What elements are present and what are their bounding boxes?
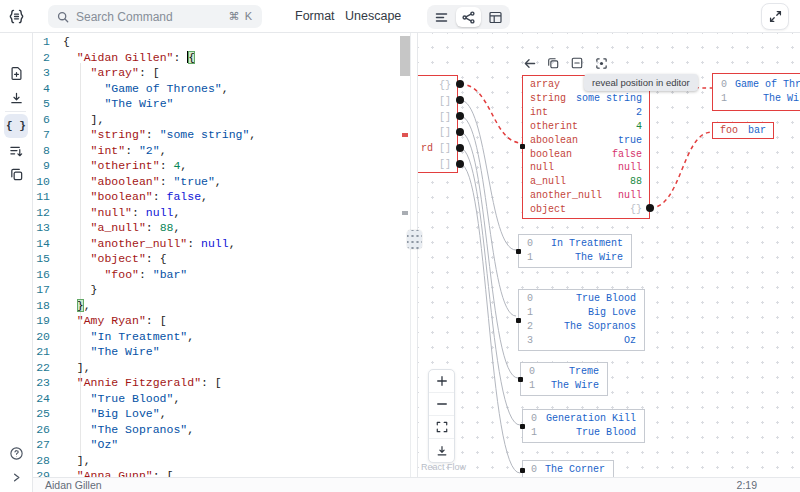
text-view-icon [435, 11, 448, 24]
array-node-the-corner[interactable]: 0The Corner [522, 460, 614, 477]
node-row-key: array [530, 78, 560, 92]
code-token: "The Sopranos" [91, 423, 188, 436]
code-token [63, 299, 77, 312]
app-logo-button[interactable] [0, 0, 33, 33]
table-view-button[interactable] [483, 7, 508, 27]
expand-panel-button[interactable] [4, 465, 28, 489]
code-line: 14 "another_null": null, [33, 236, 410, 252]
array-index: 0 [527, 237, 533, 251]
plus-icon [436, 375, 448, 387]
focus-icon [595, 57, 608, 70]
root-row-bracket: [] [439, 141, 451, 157]
root-node-row: [] [418, 125, 451, 141]
code-token: : { [146, 252, 167, 265]
array-node-row: 0Game of Thrones [721, 78, 800, 92]
code-token [63, 252, 91, 265]
editor-scrollbar[interactable] [400, 33, 410, 477]
search-icon [57, 11, 69, 23]
line-number: 13 [33, 220, 50, 236]
node-row: booleanfalse [530, 148, 642, 162]
format-button[interactable]: Format [295, 0, 335, 33]
array-value: The Wire [735, 92, 800, 106]
selected-path: Aidan Gillen [45, 479, 102, 491]
unescape-button[interactable]: Unescape [345, 0, 401, 33]
panel-divider[interactable] [410, 33, 418, 477]
code-token [63, 438, 91, 451]
array-node-annie-fitzgerald[interactable]: 0True Blood1Big Love2The Sopranos3Oz [518, 289, 645, 351]
array-node-amy-ryan[interactable]: 0In Treatment1The Wire [518, 234, 632, 268]
code-line: 22 ], [33, 360, 410, 376]
line-number: 23 [33, 375, 50, 391]
array-node-game-of-thrones[interactable]: 0Game of Thrones1The Wire [712, 73, 800, 111]
code-token: : [187, 237, 201, 250]
code-token: "aboolean" [91, 175, 160, 188]
copy-nodes-button[interactable] [4, 162, 28, 186]
code-text: "another_null": null, [63, 236, 236, 252]
node-input-handle [520, 468, 525, 473]
node-row-key: another_null [530, 189, 602, 203]
selected-object-node[interactable]: array[]stringsome stringint2otherint4abo… [522, 75, 650, 219]
code-token [63, 144, 91, 157]
fullscreen-button[interactable] [761, 3, 789, 30]
code-token [63, 407, 91, 420]
line-number: 22 [33, 360, 50, 376]
array-node-alexander[interactable]: 0Generation Kill1True Blood [522, 409, 645, 443]
code-token [63, 206, 91, 219]
code-token: "boolean" [91, 190, 153, 203]
sort-lines-button[interactable] [4, 139, 28, 163]
reveal-position-button[interactable] [594, 56, 608, 70]
node-row-key: aboolean [530, 134, 578, 148]
node-input-handle [520, 424, 525, 429]
code-token: : [ [201, 376, 222, 389]
root-object-node[interactable]: {}[][][]rd[][] [418, 75, 458, 173]
back-button[interactable] [522, 56, 536, 70]
zoom-in-button[interactable] [429, 370, 454, 393]
back-arrow-icon [523, 57, 536, 70]
code-line: 8 "int": "2", [33, 143, 410, 159]
code-text: "array": [ [63, 65, 160, 81]
code-text: "string": "some string", [63, 127, 256, 143]
root-output-handle [456, 160, 464, 168]
node-row: nullnull [530, 161, 642, 175]
text-view-button[interactable] [429, 7, 454, 27]
node-input-handle [516, 318, 521, 323]
new-document-button[interactable] [4, 61, 28, 85]
object-node-foo[interactable]: foo bar [712, 122, 774, 139]
code-token: , [249, 128, 256, 141]
graph-panel[interactable]: {}[][][]rd[][] [418, 33, 800, 477]
code-text: } [63, 282, 98, 298]
code-line: 1{ [33, 34, 410, 50]
code-token: "Annie Fitzgerald" [77, 376, 201, 389]
code-text: }, [63, 298, 91, 314]
help-button[interactable] [4, 441, 28, 465]
download-image-button[interactable] [429, 439, 454, 462]
node-input-handle [518, 377, 523, 382]
code-token: : [173, 51, 187, 64]
zoom-out-button[interactable] [429, 393, 454, 416]
code-editor[interactable]: 1{2 "Aidan Gillen": {3 "array": [4 "Game… [33, 33, 410, 477]
search-command-bar[interactable]: Search Command ⌘ K [48, 5, 262, 28]
code-token: { [188, 51, 195, 64]
collapse-node-button[interactable] [570, 56, 584, 70]
root-row-bracket: [] [439, 94, 451, 110]
minus-icon [436, 398, 448, 410]
fit-view-button[interactable] [429, 416, 454, 439]
code-token: , [187, 423, 194, 436]
editor-scrollbar-thumb[interactable] [400, 36, 410, 76]
code-token [63, 469, 77, 477]
json-braces-button[interactable]: { } [4, 114, 28, 138]
code-token: "The Wire" [91, 345, 160, 358]
code-token: ], [63, 454, 91, 467]
code-token: : [ [153, 469, 174, 477]
react-flow-attribution[interactable]: React Flow [421, 462, 466, 472]
line-number: 5 [33, 96, 50, 112]
code-line: 2 "Aidan Gillen": { [33, 50, 410, 66]
download-button[interactable] [4, 86, 28, 110]
divider-grip-handle[interactable] [407, 230, 422, 249]
node-row-key: a_null [530, 175, 566, 189]
topbar: Search Command ⌘ K Format Unescape [0, 0, 800, 33]
array-value: Big Love [541, 306, 636, 320]
copy-node-button[interactable] [546, 56, 560, 70]
array-node-anna-gunn[interactable]: 0Treme1The Wire [520, 362, 608, 396]
graph-view-button[interactable] [456, 7, 481, 27]
